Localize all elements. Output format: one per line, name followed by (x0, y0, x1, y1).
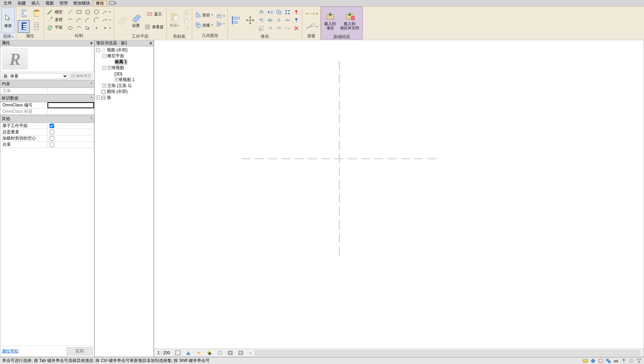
menu-create[interactable]: 创建 (15, 0, 29, 7)
draw-line-icon[interactable] (66, 8, 74, 16)
worksets-icon[interactable] (583, 358, 588, 364)
split-gap-button[interactable] (283, 24, 292, 32)
tree-floor-plans[interactable]: −楼层平面 (95, 53, 153, 59)
shadows-icon[interactable] (205, 350, 213, 356)
select-underlay-icon[interactable] (613, 358, 619, 364)
rotate-button[interactable] (257, 16, 266, 24)
edit-type-button[interactable]: 编辑类型 (70, 73, 93, 79)
editable-only-icon[interactable] (598, 358, 603, 364)
horizontal-scrollbar[interactable] (255, 350, 640, 355)
paste-button[interactable]: 粘贴 (168, 7, 181, 33)
family-types-button[interactable] (18, 7, 30, 20)
draw-ref-line-button[interactable] (45, 16, 54, 24)
drag-elements-icon[interactable] (629, 358, 634, 364)
move-button[interactable] (243, 7, 256, 33)
browser-close-icon[interactable]: × (150, 41, 152, 46)
unpin-button[interactable] (292, 8, 301, 16)
tree-expand-icon[interactable]: + (102, 84, 106, 88)
menu-modify[interactable]: 修改 (93, 0, 107, 7)
workplane-viewer-button[interactable]: 查看器 (143, 21, 165, 33)
tree-3d-views[interactable]: −三维视图 (95, 65, 153, 71)
menu-insert[interactable]: 插入 (29, 0, 43, 7)
tree-3d-view1[interactable]: 三维视图 1 (95, 77, 153, 83)
align-button[interactable] (229, 7, 243, 33)
workplane-set-large-button[interactable] (115, 7, 129, 33)
tree-collapse-icon[interactable]: − (102, 54, 106, 58)
draw-ellipse-icon[interactable] (66, 24, 74, 32)
scale-button[interactable] (257, 24, 266, 32)
crop-region-icon[interactable] (226, 350, 234, 356)
prop-wpbased-checkbox[interactable] (50, 124, 54, 128)
trim-single-button[interactable] (266, 24, 274, 32)
menu-manage[interactable]: 管理 (57, 0, 71, 7)
crop-view-icon[interactable] (216, 350, 224, 356)
load-into-project-close-button[interactable]: 载入到 项目并关闭 (338, 8, 361, 34)
array-button[interactable] (283, 8, 292, 16)
prop-omnititle-value[interactable] (48, 109, 94, 114)
tree-sheets[interactable]: −图纸 (全部) (95, 89, 153, 95)
cut-geom-button[interactable]: 剪切 (194, 10, 214, 20)
menu-addins[interactable]: 附加模块 (71, 0, 93, 7)
tree-views-root[interactable]: −视图 (全部) (95, 47, 153, 53)
matchtype-button[interactable] (182, 24, 190, 32)
draw-partial-ellipse-icon[interactable] (75, 24, 83, 32)
delete-button[interactable] (292, 24, 301, 32)
drawing-area[interactable]: 1 : 200 ‹ (154, 40, 644, 357)
draw-fillet-icon[interactable] (92, 16, 101, 24)
tree-level1[interactable]: 标高 1 (95, 59, 153, 65)
workplane-show-button[interactable]: 显示 (143, 8, 165, 20)
draw-point-icon[interactable] (92, 24, 101, 32)
menu-file[interactable]: 文件 (1, 0, 15, 7)
design-options-icon[interactable] (590, 358, 596, 364)
tree-collapse-icon[interactable]: − (102, 66, 106, 70)
sun-path-icon[interactable] (195, 350, 203, 356)
menu-extras[interactable] (109, 1, 117, 5)
type-properties-button[interactable] (30, 20, 42, 33)
draw-arc-start-icon[interactable] (66, 16, 74, 24)
mirror-draw-button[interactable] (266, 16, 274, 24)
split-button[interactable] (283, 16, 292, 24)
draw-arc1-icon[interactable] (101, 8, 112, 16)
cope-button[interactable] (215, 12, 226, 20)
detail-level-icon[interactable] (174, 350, 182, 356)
prop-alwaysvert-checkbox[interactable] (50, 130, 54, 134)
trim-button[interactable] (275, 16, 283, 24)
prop-cutvoids-checkbox[interactable] (50, 136, 54, 141)
copy-button[interactable] (182, 16, 190, 24)
tree-elevations[interactable]: +立面 (立面 1) (95, 83, 153, 89)
tree-families[interactable]: +族 (95, 95, 153, 101)
prop-omninum-value[interactable] (48, 102, 94, 108)
copy-tool-button[interactable] (275, 8, 283, 16)
properties-help-link[interactable]: 属性帮助 (2, 348, 19, 354)
draw-spline-icon[interactable] (101, 16, 112, 24)
workplane-set-button[interactable]: 设置 (129, 7, 143, 33)
filter-icon[interactable] (636, 358, 642, 364)
properties-button[interactable] (18, 20, 30, 33)
draw-model-line-button[interactable] (45, 8, 54, 16)
prop-group-constraints-header[interactable]: 约束⌃ (0, 80, 94, 88)
prop-group-identity-header[interactable]: 标识数据⌃ (0, 94, 94, 102)
hide-isolate-icon[interactable] (237, 350, 245, 356)
pin-button[interactable] (292, 16, 301, 24)
join-geom-button[interactable]: 连接 (194, 20, 214, 30)
prop-group-other-header[interactable]: 其他⌃ (0, 115, 94, 123)
draw-arc-tan-icon[interactable] (84, 16, 92, 24)
select-links-icon[interactable] (606, 358, 611, 364)
draw-arc-center-icon[interactable] (75, 16, 83, 24)
properties-apply-button[interactable]: 应用 (67, 347, 93, 355)
draw-rect-icon[interactable] (75, 8, 83, 16)
draw-circle-icon[interactable] (92, 8, 101, 16)
draw-more-icon[interactable] (101, 24, 112, 32)
draw-pick-icon[interactable] (84, 24, 92, 32)
load-into-project-button[interactable]: 载入到 项目 (323, 8, 338, 34)
cut-button[interactable] (182, 8, 190, 16)
prop-host-value[interactable] (48, 88, 94, 94)
prop-shared-checkbox[interactable] (50, 142, 54, 147)
tree-expand-icon[interactable]: + (96, 96, 100, 99)
scroll-left-icon[interactable]: ‹ (249, 350, 251, 355)
ribbon-label-select[interactable]: 选择 (1, 33, 15, 40)
visual-style-icon[interactable] (184, 350, 192, 356)
menu-view[interactable]: 视图 (43, 0, 57, 7)
select-pinned-icon[interactable] (621, 358, 627, 364)
aligned-dim-button[interactable] (304, 7, 319, 20)
